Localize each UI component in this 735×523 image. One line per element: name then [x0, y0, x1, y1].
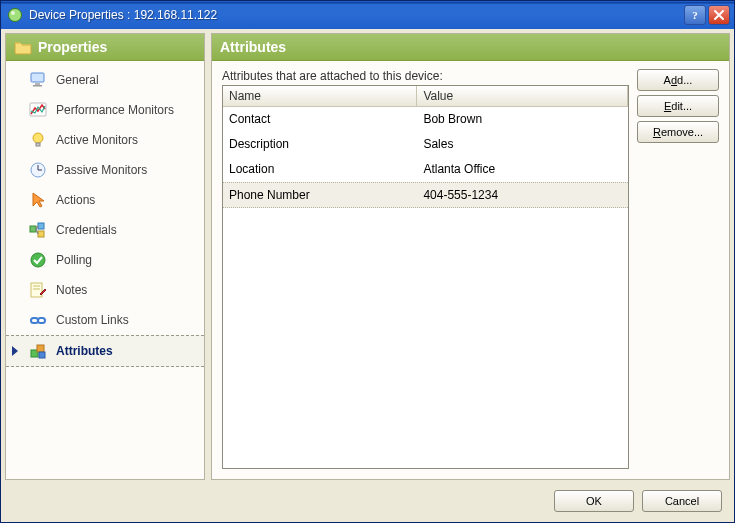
sidebar-item-label: Actions — [56, 193, 95, 207]
clock-icon — [28, 160, 48, 180]
remove-button[interactable]: Remove... — [637, 121, 719, 143]
cell-value: Bob Brown — [417, 112, 628, 126]
cancel-button[interactable]: Cancel — [642, 490, 722, 512]
column-header-value[interactable]: Value — [417, 86, 628, 106]
close-button[interactable] — [708, 5, 730, 25]
edit-button[interactable]: Edit... — [637, 95, 719, 117]
sidebar-nav: General Performance Monitors — [6, 61, 204, 479]
attributes-table-area: Attributes that are attached to this dev… — [222, 69, 629, 469]
svg-text:?: ? — [692, 9, 698, 21]
bulb-icon — [28, 130, 48, 150]
svg-point-7 — [33, 133, 43, 143]
cell-value: Atlanta Office — [417, 162, 628, 176]
table-row[interactable]: Description Sales — [223, 132, 628, 157]
note-pencil-icon — [28, 280, 48, 300]
sidebar-item-actions[interactable]: Actions — [6, 185, 204, 215]
titlebar: Device Properties : 192.168.11.122 ? — [1, 1, 734, 29]
sidebar-item-label: General — [56, 73, 99, 87]
cell-name: Location — [223, 162, 417, 176]
dialog-body: Properties General — [1, 29, 734, 522]
sidebar-item-credentials[interactable]: Credentials — [6, 215, 204, 245]
attributes-grid[interactable]: Name Value Contact Bob Brown Description — [222, 85, 629, 469]
sidebar-item-label: Polling — [56, 253, 92, 267]
cell-name: Contact — [223, 112, 417, 126]
check-circle-icon — [28, 250, 48, 270]
folder-icon — [14, 40, 32, 55]
svg-point-1 — [11, 11, 15, 15]
cursor-arrow-icon — [28, 190, 48, 210]
column-header-name[interactable]: Name — [223, 86, 417, 106]
svg-point-17 — [31, 253, 45, 267]
svg-rect-5 — [33, 85, 42, 87]
sidebar-item-attributes[interactable]: Attributes — [6, 335, 204, 367]
svg-line-16 — [36, 229, 38, 234]
add-button[interactable]: Add... — [637, 69, 719, 91]
credentials-icon — [28, 220, 48, 240]
svg-point-0 — [9, 9, 22, 22]
sidebar-item-label: Active Monitors — [56, 133, 138, 147]
svg-rect-3 — [31, 73, 44, 82]
help-button[interactable]: ? — [684, 5, 706, 25]
sidebar-item-label: Custom Links — [56, 313, 129, 327]
svg-rect-4 — [35, 83, 40, 85]
window-title: Device Properties : 192.168.11.122 — [29, 8, 684, 22]
app-icon — [7, 7, 23, 23]
sidebar-item-label: Attributes — [56, 344, 113, 358]
sidebar-item-label: Notes — [56, 283, 87, 297]
svg-rect-21 — [31, 318, 38, 323]
cell-value: Sales — [417, 137, 628, 151]
cell-name: Description — [223, 137, 417, 151]
cell-name: Phone Number — [223, 188, 417, 202]
blocks-icon — [28, 341, 48, 361]
cell-value: 404-555-1234 — [417, 188, 628, 202]
table-row[interactable]: Phone Number 404-555-1234 — [223, 182, 628, 208]
sidebar-item-notes[interactable]: Notes — [6, 275, 204, 305]
main-title: Attributes — [220, 39, 286, 55]
perf-chart-icon — [28, 100, 48, 120]
dialog-footer: OK Cancel — [5, 484, 730, 518]
sidebar-item-label: Performance Monitors — [56, 103, 174, 117]
device-properties-window: Device Properties : 192.168.11.122 ? — [0, 0, 735, 523]
sidebar-panel: Properties General — [5, 33, 205, 480]
side-actions: Add... Edit... Remove... — [637, 69, 719, 469]
attributes-description: Attributes that are attached to this dev… — [222, 69, 629, 83]
grid-header[interactable]: Name Value — [223, 86, 628, 107]
ok-button[interactable]: OK — [554, 490, 634, 512]
main-panel: Attributes Attributes that are attached … — [211, 33, 730, 480]
sidebar-item-passive-monitors[interactable]: Passive Monitors — [6, 155, 204, 185]
svg-rect-8 — [36, 143, 40, 146]
svg-rect-12 — [30, 226, 36, 232]
link-chain-icon — [28, 310, 48, 330]
sidebar-item-performance-monitors[interactable]: Performance Monitors — [6, 95, 204, 125]
svg-rect-24 — [37, 345, 44, 352]
table-row[interactable]: Contact Bob Brown — [223, 107, 628, 132]
sidebar-title: Properties — [38, 39, 107, 55]
table-row[interactable]: Location Atlanta Office — [223, 157, 628, 182]
monitor-icon — [28, 70, 48, 90]
sidebar-item-general[interactable]: General — [6, 65, 204, 95]
svg-rect-15 — [38, 231, 44, 237]
sidebar-item-custom-links[interactable]: Custom Links — [6, 305, 204, 335]
sidebar-item-polling[interactable]: Polling — [6, 245, 204, 275]
grid-rows: Contact Bob Brown Description Sales Loca… — [223, 107, 628, 468]
main-header: Attributes — [212, 34, 729, 61]
sidebar-item-label: Credentials — [56, 223, 117, 237]
sidebar-header: Properties — [6, 34, 204, 61]
svg-rect-22 — [38, 318, 45, 323]
svg-rect-25 — [39, 352, 45, 358]
sidebar-item-active-monitors[interactable]: Active Monitors — [6, 125, 204, 155]
svg-rect-13 — [38, 223, 44, 229]
sidebar-item-label: Passive Monitors — [56, 163, 147, 177]
